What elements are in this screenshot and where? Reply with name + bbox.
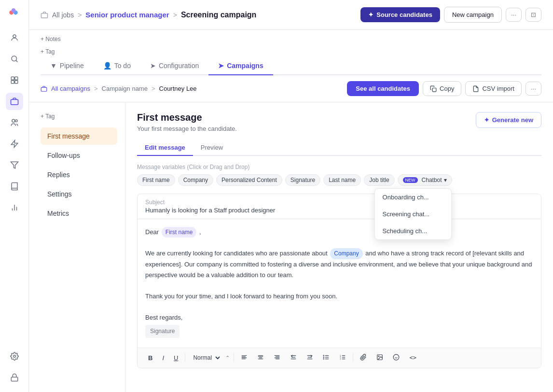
- csv-import-button[interactable]: CSV import: [465, 81, 521, 96]
- svg-rect-6: [11, 77, 14, 80]
- svg-point-46: [324, 359, 324, 359]
- code-button[interactable]: <>: [406, 352, 419, 363]
- tab-todo-label: To do: [114, 62, 131, 70]
- para1-start: We are currently looking for candidates …: [145, 250, 329, 257]
- tab-campaigns[interactable]: ➤ Campaigns: [208, 57, 273, 75]
- search-icon[interactable]: [6, 50, 23, 68]
- inline-first-name-tag[interactable]: First name: [162, 227, 197, 238]
- dropdown-onboarding[interactable]: Onboarding ch...: [375, 189, 451, 206]
- style-select[interactable]: Normal: [189, 353, 221, 363]
- tab-edit-message[interactable]: Edit message: [137, 140, 193, 156]
- var-chatbot-dropdown[interactable]: NEW Chatbot ▾ Onboarding ch... Screening…: [398, 174, 452, 186]
- right-panel: First message Your first message to the …: [125, 102, 553, 392]
- breadcrumb-job-title[interactable]: Senior product manager: [85, 11, 169, 19]
- align-center-button[interactable]: [254, 352, 267, 364]
- var-job-title[interactable]: Job title: [364, 174, 394, 186]
- app-logo[interactable]: [7, 6, 22, 21]
- svg-marker-13: [11, 140, 18, 148]
- align-right-button[interactable]: [271, 352, 283, 364]
- campaign-more-button[interactable]: ···: [525, 82, 541, 96]
- svg-rect-21: [41, 87, 47, 91]
- pipeline-icon: ▼: [50, 62, 57, 70]
- expand-button[interactable]: ⊡: [525, 8, 541, 22]
- breadcrumb-all-jobs[interactable]: All jobs: [52, 11, 74, 19]
- chatbot-new-badge: NEW: [403, 177, 418, 183]
- svg-rect-8: [11, 81, 14, 84]
- svg-point-12: [15, 120, 17, 122]
- indent-button[interactable]: [287, 352, 300, 364]
- menu-settings[interactable]: Settings: [41, 185, 117, 203]
- settings-icon[interactable]: [6, 348, 23, 365]
- campaign-name-link[interactable]: Campaign name: [102, 85, 148, 92]
- var-company[interactable]: Company: [178, 174, 213, 186]
- campaign-tag-add[interactable]: + Tag: [41, 113, 55, 120]
- svg-rect-9: [14, 81, 17, 84]
- menu-replies[interactable]: Replies: [41, 166, 117, 183]
- var-signature[interactable]: Signature: [285, 174, 320, 186]
- list-ul-button[interactable]: [320, 352, 332, 364]
- source-candidates-label: Source candidates: [376, 11, 432, 18]
- campaign-all-link[interactable]: All campaigns: [51, 85, 90, 92]
- notes-add[interactable]: + Notes: [41, 36, 61, 42]
- message-header: First message Your first message to the …: [137, 112, 541, 132]
- image-button[interactable]: [373, 352, 386, 364]
- menu-metrics[interactable]: Metrics: [41, 205, 117, 222]
- generate-icon: ✦: [484, 116, 489, 124]
- dropdown-scheduling[interactable]: Scheduling ch...: [375, 223, 451, 239]
- message-body[interactable]: Dear First name , We are currently looki…: [138, 219, 541, 348]
- lightning-icon[interactable]: [6, 135, 23, 153]
- svg-point-18: [13, 355, 15, 358]
- list-ol-button[interactable]: 123: [336, 352, 349, 364]
- main-tabs: ▼ Pipeline 👤 To do ➤ Configuration ➤ Cam…: [41, 57, 541, 75]
- see-all-candidates-button[interactable]: See all candidates: [347, 81, 419, 96]
- tab-todo[interactable]: 👤 To do: [94, 57, 140, 75]
- people-icon[interactable]: [6, 114, 23, 131]
- book-icon[interactable]: [6, 178, 23, 195]
- new-campaign-button[interactable]: New campaign: [444, 7, 502, 23]
- var-last-name[interactable]: Last name: [323, 174, 361, 186]
- source-candidates-button[interactable]: ✦ Source candidates: [360, 7, 440, 22]
- generate-new-button[interactable]: ✦ Generate new: [476, 112, 541, 128]
- campaign-breadcrumb: All campaigns > Campaign name > Courtney…: [41, 85, 197, 92]
- campaign-sep2: >: [152, 85, 155, 92]
- tab-preview[interactable]: Preview: [193, 140, 231, 156]
- underline-button[interactable]: U: [171, 352, 181, 364]
- todo-icon: 👤: [103, 62, 111, 70]
- svg-point-44: [324, 355, 324, 356]
- subject-label: Subject: [145, 199, 533, 206]
- toolbar-sep-3: [353, 353, 353, 362]
- tab-configuration[interactable]: ➤ Configuration: [140, 57, 208, 75]
- var-first-name[interactable]: First name: [137, 174, 175, 186]
- config-icon: ➤: [150, 62, 156, 70]
- menu-first-message[interactable]: First message: [41, 127, 117, 145]
- lock-icon[interactable]: [6, 369, 23, 386]
- briefcase-icon[interactable]: [6, 93, 23, 110]
- menu-follow-ups[interactable]: Follow-ups: [41, 147, 117, 164]
- dashboard-icon[interactable]: [6, 71, 23, 89]
- attachment-button[interactable]: [357, 352, 370, 364]
- header-more-button[interactable]: ···: [506, 8, 522, 22]
- tab-pipeline[interactable]: ▼ Pipeline: [41, 57, 94, 75]
- chart-icon[interactable]: [6, 199, 23, 216]
- edit-tabs: Edit message Preview: [137, 140, 541, 156]
- emoji-button[interactable]: [390, 352, 402, 364]
- signature-tag[interactable]: Signature: [145, 325, 180, 337]
- var-personalized-content[interactable]: Personalized Content: [216, 174, 282, 186]
- dropdown-screening[interactable]: Screening chat...: [375, 206, 451, 223]
- subject-row: Subject Humanly is looking for a Staff p…: [138, 194, 541, 219]
- filter-icon[interactable]: [6, 156, 23, 174]
- subject-text[interactable]: Humanly is looking for a Staff product d…: [145, 207, 533, 214]
- copy-button[interactable]: Copy: [423, 81, 461, 96]
- tag-add-1[interactable]: + Tag: [41, 48, 55, 55]
- sidebar: [0, 0, 29, 392]
- svg-point-11: [12, 119, 14, 122]
- svg-rect-19: [11, 377, 18, 381]
- italic-button[interactable]: I: [159, 352, 167, 364]
- variables-row: First name Company Personalized Content …: [137, 174, 541, 186]
- bold-button[interactable]: B: [145, 352, 155, 364]
- outdent-button[interactable]: [304, 352, 316, 364]
- inline-company-tag[interactable]: Company: [330, 248, 362, 259]
- align-left-button[interactable]: [238, 352, 250, 364]
- user-icon[interactable]: [6, 29, 23, 46]
- message-subtitle: Your first message to the candidate.: [137, 125, 237, 132]
